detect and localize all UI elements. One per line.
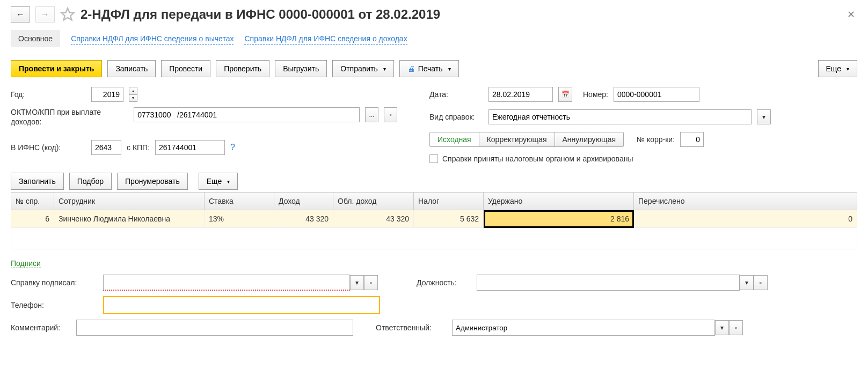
date-input[interactable] <box>488 87 553 102</box>
date-label: Дата: <box>429 90 483 99</box>
position-input[interactable] <box>477 275 740 291</box>
cell-transferred[interactable]: 0 <box>634 210 857 228</box>
signatures-link[interactable]: Подписи <box>11 259 41 268</box>
responsible-input[interactable] <box>452 320 715 336</box>
col-tax-income[interactable]: Обл. доход <box>333 193 414 210</box>
cell-tax[interactable]: 5 632 <box>414 210 484 228</box>
signed-by-open[interactable]: ▫ <box>364 275 378 290</box>
position-label: Должность: <box>417 278 470 287</box>
oktmo-label: ОКТМО/КПП при выплате доходов: <box>11 107 128 127</box>
tab-main[interactable]: Основное <box>11 30 60 47</box>
col-income[interactable]: Доход <box>274 193 333 210</box>
help-icon[interactable]: ? <box>230 143 235 152</box>
table-row[interactable]: 6 Зинченко Людмила Николаевна 13% 43 320… <box>11 210 857 228</box>
cell-tax-income[interactable]: 43 320 <box>333 210 414 228</box>
fill-button[interactable]: Заполнить <box>11 173 64 190</box>
phone-label: Телефон: <box>11 301 97 309</box>
responsible-open[interactable]: ▫ <box>729 320 743 335</box>
oktmo-ellipsis-button[interactable]: ... <box>365 107 378 122</box>
table-empty-row <box>11 228 857 249</box>
toggle-correcting[interactable]: Корректирующая <box>479 132 555 146</box>
svg-marker-0 <box>61 8 74 20</box>
year-label: Год: <box>11 90 86 99</box>
printer-icon: 🖨 <box>407 64 415 73</box>
forward-button[interactable]: → <box>35 6 55 23</box>
ifns-label: В ИФНС (код): <box>11 143 86 152</box>
col-withheld[interactable]: Удержано <box>484 193 634 210</box>
type-input[interactable] <box>488 109 752 124</box>
kpp-input[interactable] <box>155 140 225 155</box>
report-type-toggle: Исходная Корректирующая Аннулирующая <box>429 132 624 147</box>
year-input[interactable] <box>91 87 123 102</box>
toggle-cancelling[interactable]: Аннулирующая <box>555 132 624 146</box>
calendar-icon[interactable]: 📅 <box>558 87 572 102</box>
send-button[interactable]: Отправить <box>332 60 393 77</box>
corr-input[interactable] <box>680 132 704 147</box>
tab-income-link[interactable]: Справки НДФЛ для ИФНС сведения о доходах <box>244 33 407 45</box>
position-dropdown[interactable]: ▾ <box>740 275 754 290</box>
post-and-close-button[interactable]: Провести и закрыть <box>11 60 102 77</box>
year-spinner[interactable]: ▴▾ <box>129 87 137 102</box>
corr-label: № корр-ки: <box>637 135 675 144</box>
number-input[interactable] <box>614 87 699 102</box>
col-num[interactable]: № спр. <box>11 193 54 210</box>
page-title: 2-НДФЛ для передачи в ИФНС 0000-000001 о… <box>81 7 840 22</box>
col-transferred[interactable]: Перечислено <box>634 193 857 210</box>
post-button[interactable]: Провести <box>161 60 210 77</box>
number-label: Номер: <box>583 90 608 99</box>
more-button[interactable]: Еще <box>818 60 858 77</box>
responsible-label: Ответственный: <box>376 323 446 332</box>
pick-button[interactable]: Подбор <box>69 173 112 190</box>
cell-withheld[interactable]: 2 816 <box>484 210 634 228</box>
cell-rate[interactable]: 13% <box>205 210 274 228</box>
export-button[interactable]: Выгрузить <box>275 60 327 77</box>
tab-deductions-link[interactable]: Справки НДФЛ для ИФНС сведения о вычетах <box>71 33 234 45</box>
close-icon[interactable]: ✕ <box>845 6 857 23</box>
comment-input[interactable] <box>76 320 353 336</box>
type-dropdown-button[interactable]: ▾ <box>757 109 771 124</box>
record-button[interactable]: Записать <box>107 60 156 77</box>
cell-employee[interactable]: Зинченко Людмила Николаевна <box>54 210 205 228</box>
check-button[interactable]: Проверить <box>216 60 269 77</box>
archived-label: Справки приняты налоговым органом и архи… <box>442 154 633 163</box>
responsible-dropdown[interactable]: ▾ <box>715 320 729 335</box>
signed-by-dropdown[interactable]: ▾ <box>350 275 364 290</box>
print-button[interactable]: 🖨Печать <box>399 60 459 77</box>
kpp-label: с КПП: <box>127 143 150 152</box>
renumber-button[interactable]: Пронумеровать <box>117 173 188 190</box>
ifns-input[interactable] <box>91 140 121 155</box>
signed-by-label: Справку подписал: <box>11 278 97 287</box>
position-open[interactable]: ▫ <box>754 275 768 290</box>
favorite-star-icon[interactable] <box>60 7 75 22</box>
col-tax[interactable]: Налог <box>414 193 484 210</box>
phone-input[interactable] <box>103 296 380 314</box>
table-more-button[interactable]: Еще <box>199 173 238 190</box>
col-rate[interactable]: Ставка <box>205 193 274 210</box>
type-label: Вид справок: <box>429 113 483 121</box>
cell-income[interactable]: 43 320 <box>274 210 333 228</box>
signed-by-input[interactable] <box>103 275 350 291</box>
cell-num[interactable]: 6 <box>11 210 54 228</box>
toggle-source[interactable]: Исходная <box>430 132 479 146</box>
oktmo-open-button[interactable]: ▫ <box>384 107 397 122</box>
comment-label: Комментарий: <box>11 323 70 332</box>
employees-table: № спр. Сотрудник Ставка Доход Обл. доход… <box>11 192 857 249</box>
back-button[interactable]: ← <box>11 6 30 23</box>
archived-checkbox[interactable] <box>429 154 438 163</box>
oktmo-input[interactable] <box>134 107 360 122</box>
col-employee[interactable]: Сотрудник <box>54 193 205 210</box>
